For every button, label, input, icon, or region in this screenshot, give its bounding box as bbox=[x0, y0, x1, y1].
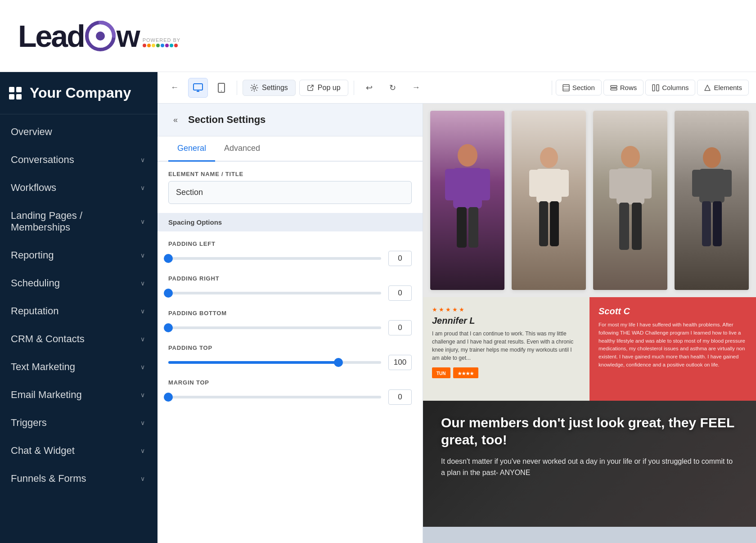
canvas-area: ★ ★ ★ ★ ★ Jennifer L I am proud that I c… bbox=[423, 104, 756, 543]
padding-top-thumb[interactable] bbox=[334, 358, 343, 367]
sidebar-item-label: Funnels & Forms bbox=[11, 473, 86, 484]
star-5: ★ bbox=[459, 306, 464, 313]
svg-rect-37 bbox=[702, 201, 711, 246]
mobile-icon bbox=[218, 83, 225, 93]
tab-advanced[interactable]: Advanced bbox=[215, 136, 269, 162]
padding-top-control: 100 bbox=[168, 355, 412, 370]
content-area: ← Settings bbox=[158, 72, 756, 543]
app-header: Lead w POWERED BY bbox=[0, 0, 756, 72]
cta-subtext: It doesn't matter if you've never worked… bbox=[441, 456, 738, 479]
chevron-icon: ∨ bbox=[140, 419, 145, 426]
person-svg-4 bbox=[689, 142, 734, 259]
section-icon bbox=[562, 84, 570, 91]
jennifer-name: Jennifer L bbox=[432, 316, 580, 326]
sidebar-item-reporting[interactable]: Reporting ∨ bbox=[0, 241, 158, 269]
product-card-2[interactable] bbox=[512, 111, 586, 290]
svg-rect-18 bbox=[479, 169, 490, 200]
svg-rect-16 bbox=[453, 168, 482, 208]
svg-rect-26 bbox=[550, 201, 559, 246]
margin-top-track[interactable] bbox=[168, 396, 381, 398]
chevron-icon: ∨ bbox=[140, 335, 145, 343]
logo-text: Lead bbox=[18, 21, 84, 51]
redo-button[interactable]: ↻ bbox=[383, 78, 403, 98]
add-section-button[interactable]: Section bbox=[556, 80, 602, 95]
mobile-view-button[interactable] bbox=[212, 78, 231, 98]
padding-right-thumb[interactable] bbox=[164, 289, 173, 298]
popup-button[interactable]: Pop up bbox=[299, 80, 348, 96]
settings-tabs: General Advanced bbox=[158, 136, 423, 162]
sidebar-item-chat-widget[interactable]: Chat & Widget ∨ bbox=[0, 437, 158, 465]
sidebar-item-email-marketing[interactable]: Email Marketing ∨ bbox=[0, 381, 158, 409]
padding-left-track[interactable] bbox=[168, 257, 381, 260]
svg-rect-34 bbox=[699, 169, 724, 203]
add-elements-button[interactable]: Elements bbox=[697, 80, 749, 95]
external-link-icon bbox=[307, 84, 314, 91]
sidebar-item-label: Overview bbox=[11, 126, 52, 138]
main-layout: Your Company Overview Conversations ∨ Wo… bbox=[0, 72, 756, 543]
sidebar-item-label: Triggers bbox=[11, 417, 47, 429]
separator bbox=[237, 81, 237, 95]
columns-label: Columns bbox=[662, 84, 688, 91]
sidebar-item-reputation[interactable]: Reputation ∨ bbox=[0, 297, 158, 325]
sidebar-item-label: Scheduling bbox=[11, 277, 60, 289]
svg-rect-19 bbox=[457, 207, 467, 248]
logo-circle-svg bbox=[84, 20, 117, 52]
padding-top-label: PADDING TOP bbox=[168, 344, 412, 351]
svg-rect-23 bbox=[529, 170, 538, 197]
product-img-2 bbox=[512, 111, 586, 290]
margin-top-control: 0 bbox=[168, 389, 412, 405]
person-svg-1 bbox=[441, 137, 495, 263]
add-rows-button[interactable]: Rows bbox=[603, 80, 644, 95]
collapse-button[interactable]: « bbox=[168, 113, 183, 127]
desktop-view-button[interactable] bbox=[188, 78, 208, 98]
svg-point-7 bbox=[253, 86, 256, 89]
padding-right-label: PADDING RIGHT bbox=[168, 275, 412, 282]
sidebar-item-landing-pages[interactable]: Landing Pages / Memberships ∨ bbox=[0, 202, 158, 241]
toolbar: ← Settings bbox=[158, 72, 756, 104]
settings-button[interactable]: Settings bbox=[243, 80, 296, 96]
svg-rect-25 bbox=[539, 201, 548, 246]
settings-body: ELEMENT NAME / TITLE Spacing Options PAD… bbox=[158, 162, 423, 414]
chevron-icon: ∨ bbox=[140, 252, 145, 259]
sidebar-item-conversations[interactable]: Conversations ∨ bbox=[0, 146, 158, 174]
sidebar-item-label: Email Marketing bbox=[11, 389, 82, 401]
svg-rect-2 bbox=[194, 84, 202, 90]
forward-button[interactable]: → bbox=[406, 78, 426, 98]
rows-label: Rows bbox=[620, 84, 637, 91]
svg-rect-36 bbox=[723, 170, 732, 197]
cta-section: Our members don't just look great, they … bbox=[423, 401, 756, 527]
element-name-input[interactable] bbox=[168, 181, 412, 204]
settings-header: « Section Settings bbox=[158, 104, 423, 136]
settings-label: Settings bbox=[262, 84, 288, 92]
sidebar-item-overview[interactable]: Overview bbox=[0, 118, 158, 146]
sidebar-item-workflows[interactable]: Workflows ∨ bbox=[0, 174, 158, 202]
back-button[interactable]: ← bbox=[165, 78, 184, 98]
product-card-4[interactable] bbox=[675, 111, 749, 290]
undo-button[interactable]: ↩ bbox=[360, 78, 379, 98]
product-card-1[interactable] bbox=[430, 111, 504, 290]
sidebar-item-funnels[interactable]: Funnels & Forms ∨ bbox=[0, 465, 158, 493]
popup-label: Pop up bbox=[318, 84, 341, 92]
person-svg-3 bbox=[606, 140, 655, 261]
sidebar-company[interactable]: Your Company bbox=[0, 72, 158, 114]
canvas-content: ★ ★ ★ ★ ★ Jennifer L I am proud that I c… bbox=[423, 104, 756, 543]
padding-bottom-track[interactable] bbox=[168, 326, 381, 329]
margin-top-thumb[interactable] bbox=[164, 393, 173, 402]
chevron-icon: ∨ bbox=[140, 156, 145, 163]
padding-bottom-thumb[interactable] bbox=[164, 323, 173, 332]
star-2: ★ bbox=[439, 306, 444, 313]
sidebar-item-text-marketing[interactable]: Text Marketing ∨ bbox=[0, 353, 158, 381]
tab-general[interactable]: General bbox=[168, 136, 215, 162]
padding-right-track[interactable] bbox=[168, 292, 381, 294]
chevron-icon: ∨ bbox=[140, 184, 145, 191]
padding-top-track[interactable] bbox=[168, 361, 381, 364]
editor-layout: « Section Settings General Advanced ELEM… bbox=[158, 104, 756, 543]
product-card-3[interactable] bbox=[593, 111, 667, 290]
sidebar-item-scheduling[interactable]: Scheduling ∨ bbox=[0, 269, 158, 297]
element-name-field: ELEMENT NAME / TITLE bbox=[168, 171, 412, 204]
sidebar-item-crm[interactable]: CRM & Contacts ∨ bbox=[0, 325, 158, 353]
add-columns-button[interactable]: Columns bbox=[645, 80, 695, 95]
svg-rect-29 bbox=[609, 169, 619, 199]
sidebar-item-triggers[interactable]: Triggers ∨ bbox=[0, 409, 158, 437]
padding-left-thumb[interactable] bbox=[164, 254, 173, 263]
